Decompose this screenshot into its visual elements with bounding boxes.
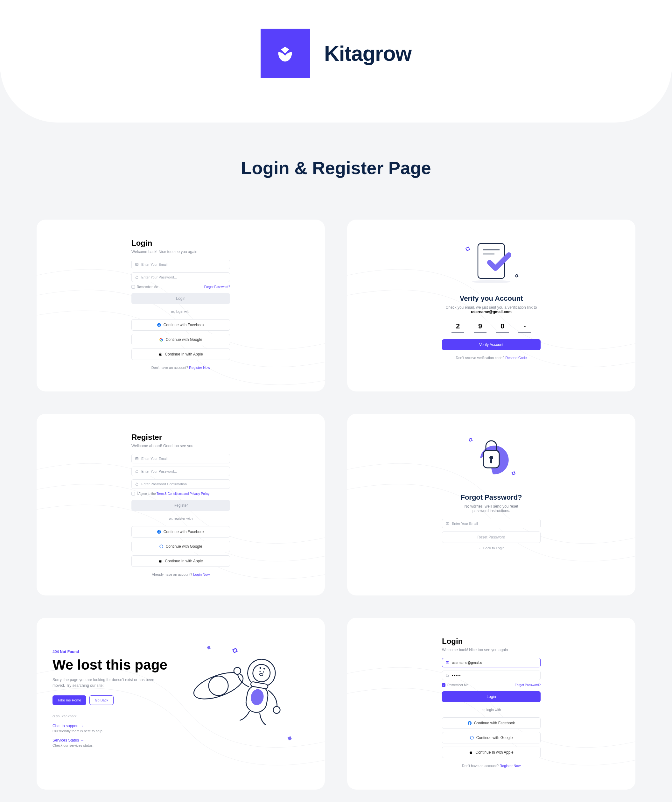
svg-point-30 (470, 736, 473, 739)
code-input-row: 2 9 0 - (442, 322, 541, 333)
preview-grid: Login Welcome back! Nice too see you aga… (0, 220, 672, 802)
confirm-password-input[interactable]: Enter Password Confirmation... (131, 479, 230, 489)
apple-button[interactable]: Continue In with Apple (131, 348, 230, 360)
brand-logo (260, 29, 310, 78)
register-card: Register Wellcome aboard! Good too see y… (37, 414, 325, 595)
verify-subheading: Check you email, we just sent you a veri… (442, 305, 541, 314)
code-digit-4[interactable]: - (519, 322, 531, 333)
google-icon (160, 545, 163, 548)
register-subheading: Wellcome aboard! Good too see you (131, 444, 230, 448)
lock-icon (446, 673, 449, 677)
login-subheading: Welcome back! Nice too see you again (442, 648, 541, 652)
apple-button[interactable]: Continue In with Apple (131, 555, 230, 567)
agree-checkbox[interactable]: I Agree to the Term & Conditions and Pri… (131, 492, 230, 496)
notfound-heading: We lost this page (53, 657, 176, 673)
home-button[interactable]: Take me Home (53, 695, 86, 705)
remember-checkbox[interactable]: Remember Me (131, 285, 158, 289)
status-desc: Check our services status. (53, 744, 176, 747)
or-check-label: or you can check: (53, 715, 176, 718)
facebook-label: Continue with Facebook (163, 530, 205, 534)
go-back-button[interactable]: Go Back (89, 695, 114, 705)
arrow-right-icon: → (80, 738, 84, 742)
register-link[interactable]: Register Now (499, 764, 520, 768)
status-link[interactable]: Services Status→ (53, 738, 176, 742)
checkbox-icon (131, 492, 135, 496)
login-subheading: Welcome back! Nice too see you again (131, 249, 230, 254)
logo-icon (274, 42, 297, 65)
mail-icon (446, 522, 449, 526)
password-input[interactable]: ••••• (442, 671, 541, 680)
register-button[interactable]: Register (131, 500, 230, 511)
forgot-link[interactable]: Forgot Password? (204, 285, 230, 289)
password-placeholder: Enter Your Password... (141, 469, 177, 473)
code-digit-3[interactable]: 0 (496, 322, 509, 333)
login-link[interactable]: Login Now (193, 572, 210, 576)
resend-link[interactable]: Resend Code (505, 356, 527, 360)
support-desc: Our friendly team is here to help. (53, 729, 176, 733)
checkbox-icon (131, 285, 135, 289)
email-input[interactable] (442, 658, 541, 668)
facebook-button[interactable]: Continue with Facebook (131, 526, 230, 538)
apple-label: Continue In with Apple (165, 352, 203, 356)
mail-icon (135, 263, 139, 267)
svg-rect-1 (136, 277, 138, 279)
forgot-subheading: No worries, we'll send you reset passwor… (456, 504, 526, 513)
forgot-illustration (442, 433, 541, 487)
facebook-button[interactable]: Continue with Facebook (442, 717, 541, 729)
verify-card: Verify you Account Check you email, we j… (347, 220, 635, 391)
confirm-placeholder: Enter Password Confirmation... (141, 482, 190, 486)
register-link[interactable]: Register Now (189, 366, 210, 370)
password-input[interactable]: Enter Your Password... (131, 467, 230, 476)
notfound-card: 404 Not Found We lost this page Sorry, t… (37, 618, 325, 790)
login-heading: Login (131, 239, 230, 247)
login-button[interactable]: Login (442, 691, 541, 702)
checkbox-checked-icon: ✓ (442, 683, 446, 687)
email-input[interactable]: Enter Your Email (131, 260, 230, 269)
apple-icon (158, 559, 162, 563)
back-to-login-link[interactable]: ← Back to Login (442, 546, 541, 550)
email-placeholder: Enter Your Email (141, 263, 167, 267)
remember-label: Remember Me (137, 285, 158, 289)
facebook-button[interactable]: Continue with Facebook (131, 319, 230, 331)
verify-button[interactable]: Verify Account (442, 339, 541, 350)
code-digit-1[interactable]: 2 (451, 322, 464, 333)
notfound-body: Sorry, the page you are looking for does… (53, 677, 161, 688)
email-placeholder: Enter Your Email (452, 522, 478, 526)
login-heading: Login (442, 637, 541, 646)
verify-footer: Don't receive verification code? Resend … (442, 356, 541, 360)
email-input[interactable]: Enter Your Email (442, 519, 541, 528)
google-button[interactable]: Continue with Google (442, 732, 541, 744)
svg-point-9 (160, 545, 163, 548)
facebook-icon (468, 721, 472, 725)
forgot-link[interactable]: Forgot Password? (515, 683, 541, 687)
login-footer: Don't have an account? Register Now (131, 366, 230, 370)
register-divider: or, register with (131, 516, 230, 520)
forgot-heading: Forgot Password? (442, 493, 541, 501)
remember-checkbox[interactable]: ✓ Remember Me (442, 683, 468, 687)
password-input[interactable]: Enter Your Password... (131, 272, 230, 282)
forgot-card: Forgot Password? No worries, we'll send … (347, 414, 635, 595)
google-icon (160, 338, 163, 341)
reset-button[interactable]: Reset Password (442, 532, 541, 543)
apple-label: Continue In with Apple (475, 750, 513, 755)
apple-button[interactable]: Continue In with Apple (442, 747, 541, 758)
svg-rect-7 (136, 471, 138, 473)
brand-name: Kitagrow (324, 41, 412, 66)
section-title: Login & Register Page (0, 157, 672, 178)
email-value[interactable] (452, 661, 537, 665)
apple-label: Continue In with Apple (165, 559, 203, 563)
google-label: Continue with Google (166, 544, 202, 549)
email-input[interactable]: Enter Your Email (131, 454, 230, 463)
google-button[interactable]: Continue with Google (131, 334, 230, 345)
verify-heading: Verify you Account (442, 294, 541, 302)
terms-link[interactable]: Term & Conditions and Privacy Policy (157, 492, 209, 496)
support-link[interactable]: Chat to support→ (53, 724, 176, 728)
login-button[interactable]: Login (131, 293, 230, 304)
facebook-icon (157, 323, 161, 327)
google-button[interactable]: Continue with Google (131, 541, 230, 552)
code-digit-2[interactable]: 9 (474, 322, 486, 333)
svg-point-2 (472, 280, 510, 283)
facebook-label: Continue with Facebook (474, 721, 515, 725)
login-footer: Don't have an account? Register Now (442, 764, 541, 768)
remember-label: Remember Me (447, 683, 468, 687)
